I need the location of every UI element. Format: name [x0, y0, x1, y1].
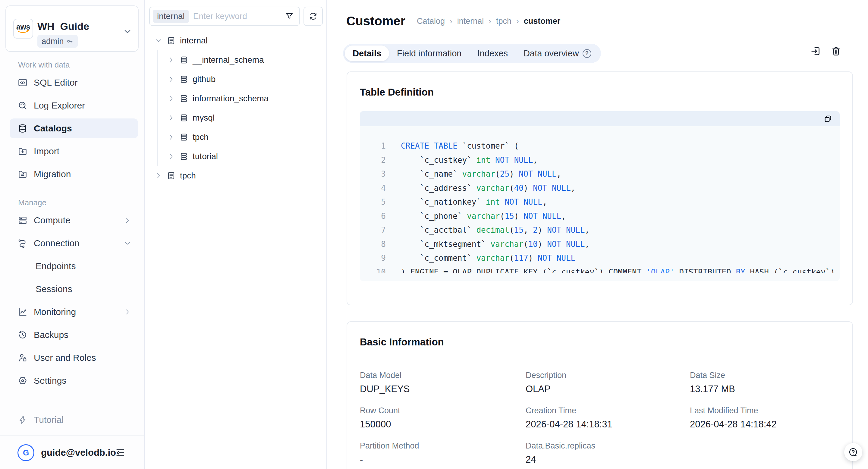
chevron-right-icon[interactable] [124, 308, 131, 316]
delete-table-icon[interactable] [831, 46, 841, 57]
chevron-right-icon[interactable] [167, 95, 175, 102]
field-row-count: Row Count 150000 [360, 406, 526, 430]
breadcrumb-item[interactable]: tpch [496, 17, 512, 26]
field-value: 24 [526, 454, 690, 465]
line-number: 7 [360, 225, 386, 234]
sidebar-item-catalogs[interactable]: Catalogs [10, 119, 138, 138]
catalog-icon [167, 171, 176, 180]
code-line: 3 `c_name` varchar(25) NOT NULL, [360, 167, 840, 181]
chevron-down-icon[interactable] [124, 239, 131, 247]
sidebar-item-compute[interactable]: Compute [10, 210, 138, 230]
field-partition-method: Partition Method - [360, 441, 526, 465]
sidebar-item-sessions[interactable]: Sessions [10, 279, 138, 299]
sidebar-item-label: Import [34, 146, 59, 156]
filter-funnel-icon[interactable] [285, 12, 294, 21]
tree-node-github[interactable]: github [145, 70, 327, 89]
tree-node-tutorial[interactable]: tutorial [145, 147, 327, 166]
help-circle-icon[interactable]: ? [583, 49, 591, 58]
code-text: `c_name` varchar(25) NOT NULL, [386, 169, 561, 179]
tree-node-label: github [193, 74, 216, 84]
field-data-size: Data Size 13.177 MB [690, 371, 852, 395]
sidebar-item-label: Monitoring [34, 307, 76, 317]
sidebar-item-label: Tutorial [34, 415, 64, 425]
schema-icon [179, 94, 188, 103]
backups-icon [18, 330, 28, 340]
field-label: Creation Time [526, 406, 690, 415]
search-input[interactable]: internal Enter keyword [149, 7, 300, 26]
sidebar-item-sql-editor[interactable]: SQL Editor [10, 73, 138, 93]
search-placeholder: Enter keyword [193, 11, 285, 21]
sidebar-item-connection[interactable]: Connection [10, 233, 138, 253]
nav-section-label: Manage [18, 198, 144, 207]
chevron-right-icon[interactable] [155, 172, 162, 180]
line-number: 6 [360, 212, 386, 221]
code-block-body[interactable]: 1 CREATE TABLE `customer` ( 2 `c_custkey… [360, 126, 840, 281]
chevron-right-icon[interactable] [167, 153, 175, 160]
table-definition-title: Table Definition [360, 87, 852, 98]
open-in-sql-editor-icon[interactable] [810, 46, 821, 57]
tree-node-internal[interactable]: internal [145, 31, 327, 50]
sidebar-item-user-and-roles[interactable]: User and Roles [10, 348, 138, 368]
breadcrumb-item[interactable]: Catalog [417, 17, 445, 26]
schema-icon [179, 152, 188, 161]
chevron-right-icon[interactable] [167, 56, 175, 64]
field-label: Data Model [360, 371, 526, 380]
sidebar-item-import[interactable]: Import [10, 142, 138, 161]
workspace-card[interactable]: aws WH_Guide admin [5, 5, 138, 52]
compute-icon [18, 215, 28, 225]
chevron-right-icon[interactable] [167, 114, 175, 122]
sidebar-item-label: Settings [34, 376, 66, 386]
aws-logo-icon: aws [13, 19, 33, 39]
tree-node-information_schema[interactable]: information_schema [145, 89, 327, 108]
user-row[interactable]: G guide@velodb.io [0, 442, 144, 463]
sidebar-item-label: Compute [34, 215, 70, 225]
role-badge-label: admin [41, 37, 64, 46]
key-icon [66, 38, 73, 45]
help-button[interactable] [844, 443, 862, 461]
tree-node-__internal_schema[interactable]: __internal_schema [145, 50, 327, 70]
avatar: G [18, 444, 34, 461]
chevron-right-icon[interactable] [167, 75, 175, 83]
field-label: Partition Method [360, 441, 526, 450]
tab-indexes[interactable]: Indexes [469, 45, 516, 61]
collapse-sidebar-icon[interactable] [115, 447, 126, 459]
tab-details[interactable]: Details [345, 45, 389, 61]
settings-icon [18, 376, 28, 386]
sidebar-item-settings[interactable]: Settings [10, 371, 138, 390]
tree-node-tpch[interactable]: tpch [145, 166, 327, 185]
chevron-right-icon[interactable] [167, 133, 175, 141]
sidebar-item-label: SQL Editor [34, 77, 78, 88]
breadcrumb-item[interactable]: internal [457, 17, 484, 26]
copy-code-icon[interactable] [824, 114, 832, 123]
code-line: 10 ) ENGINE = OLAP DUPLICATE KEY (`c_cus… [360, 265, 840, 273]
workspace-chevron-down-icon[interactable] [123, 27, 132, 36]
catalog-icon [167, 36, 176, 45]
line-number: 2 [360, 156, 386, 164]
sidebar-item-label: Connection [34, 238, 80, 248]
field-data-basic-replicas: Data.Basic.replicas 24 [526, 441, 690, 465]
sidebar-item-log-explorer[interactable]: Log Explorer [10, 96, 138, 116]
sidebar-item-endpoints[interactable]: Endpoints [10, 256, 138, 276]
sidebar-item-migration[interactable]: Migration [10, 164, 138, 184]
connection-icon [18, 238, 28, 248]
import-icon [18, 146, 28, 156]
field-data-model: Data Model DUP_KEYS [360, 371, 526, 395]
sidebar-item-backups[interactable]: Backups [10, 325, 138, 345]
tab-data-overview[interactable]: Data overview ? [516, 45, 599, 61]
search-filter-tag[interactable]: internal [153, 10, 189, 23]
line-number: 8 [360, 240, 386, 249]
refresh-tree-button[interactable] [304, 7, 323, 26]
chevron-right-icon[interactable] [124, 216, 131, 224]
tree-node-tpch[interactable]: tpch [145, 127, 327, 147]
field-label: Row Count [360, 406, 526, 415]
line-number: 3 [360, 169, 386, 179]
sidebar-item-tutorial[interactable]: Tutorial [10, 410, 142, 430]
sidebar-item-monitoring[interactable]: Monitoring [10, 302, 138, 322]
chevron-down-icon[interactable] [155, 37, 162, 44]
tab-field-information[interactable]: Field information [389, 45, 469, 61]
sql-code-block: 1 CREATE TABLE `customer` ( 2 `c_custkey… [360, 111, 840, 281]
tree-node-mysql[interactable]: mysql [145, 108, 327, 127]
schema-icon [179, 133, 188, 142]
code-text: `c_phone` varchar(15) NOT NULL, [386, 212, 566, 221]
code-text: `c_acctbal` decimal(15, 2) NOT NULL, [386, 225, 590, 234]
